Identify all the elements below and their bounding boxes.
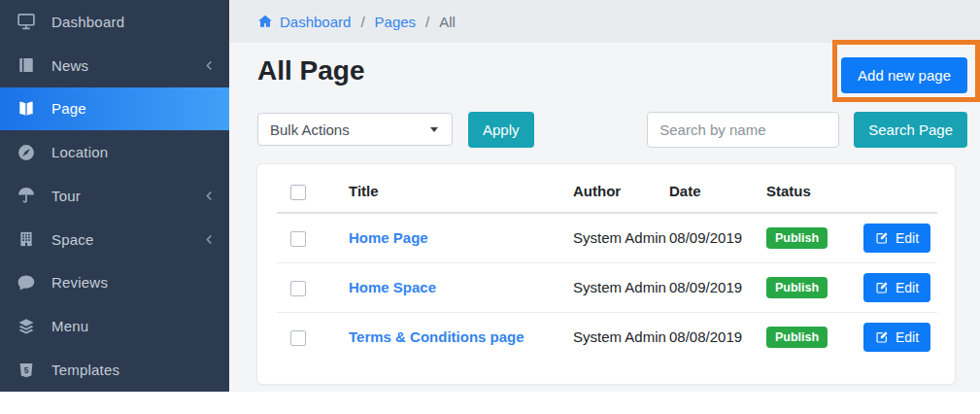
building-icon	[16, 228, 37, 250]
row-checkbox[interactable]	[290, 231, 306, 247]
author-cell: System Admin	[573, 262, 669, 312]
compass-icon	[16, 142, 37, 163]
caret-down-icon	[430, 127, 438, 132]
date-cell: 08/09/2019	[669, 262, 766, 312]
sidebar-item-dashboard[interactable]: Dashboard	[0, 0, 229, 44]
date-cell: 08/09/2019	[669, 213, 766, 262]
sidebar-item-label: Location	[51, 144, 216, 160]
book-icon	[16, 54, 37, 76]
breadcrumb-separator: /	[425, 14, 429, 30]
content-area: All Page Add new page Bulk Actions Apply…	[229, 43, 980, 392]
toolbar: Bulk Actions Apply Search Page	[257, 111, 967, 148]
svg-text:5: 5	[24, 365, 29, 374]
chevron-left-icon	[203, 59, 216, 72]
chevron-left-icon	[203, 233, 216, 246]
layers-icon	[16, 316, 37, 337]
sidebar-item-location[interactable]: Location	[0, 130, 229, 174]
status-badge: Publish	[766, 277, 828, 298]
search-page-button[interactable]: Search Page	[854, 112, 967, 148]
breadcrumb-dashboard-link[interactable]: Dashboard	[257, 14, 351, 30]
edit-button[interactable]: Edit	[863, 224, 930, 253]
edit-button[interactable]: Edit	[863, 323, 930, 352]
status-badge: Publish	[766, 227, 828, 249]
select-all-checkbox[interactable]	[290, 185, 306, 200]
status-badge: Publish	[766, 327, 828, 348]
umbrella-icon	[16, 185, 37, 206]
monitor-icon	[16, 11, 37, 32]
apply-button[interactable]: Apply	[468, 112, 534, 148]
sidebar-item-label: Page	[51, 100, 216, 117]
row-checkbox[interactable]	[290, 281, 306, 296]
edit-icon	[875, 330, 889, 344]
table-header-row: Title Author Date Status	[277, 170, 937, 213]
add-new-page-button[interactable]: Add new page	[841, 57, 967, 93]
chevron-left-icon	[203, 190, 216, 202]
pages-table-card: Title Author Date Status Home Page Syste…	[256, 163, 956, 385]
bulk-actions-value: Bulk Actions	[270, 121, 430, 138]
comment-icon	[16, 272, 37, 293]
column-header-title: Title	[349, 170, 573, 213]
date-cell: 08/08/2019	[669, 312, 766, 362]
sidebar: Dashboard News Page Location	[0, 0, 229, 392]
edit-button[interactable]: Edit	[863, 273, 930, 302]
search-input[interactable]	[647, 112, 839, 148]
sidebar-item-menu[interactable]: Menu	[0, 304, 229, 348]
pages-table: Title Author Date Status Home Page Syste…	[277, 170, 937, 362]
home-icon	[257, 14, 273, 29]
breadcrumb-pages-link[interactable]: Pages	[375, 14, 417, 30]
breadcrumb-current: All	[439, 14, 456, 30]
open-book-icon	[16, 98, 37, 120]
row-checkbox[interactable]	[290, 330, 306, 346]
sidebar-item-templates[interactable]: 5 Templates	[0, 348, 229, 392]
table-row: Terms & Conditions page System Admin 08/…	[277, 312, 937, 362]
main-area: Dashboard / Pages / All All Page Add new…	[229, 0, 980, 392]
edit-icon	[875, 231, 889, 245]
edit-icon	[875, 281, 889, 294]
bulk-actions-select[interactable]: Bulk Actions	[257, 113, 453, 146]
page-link[interactable]: Home Space	[349, 279, 436, 295]
sidebar-item-label: Reviews	[51, 274, 216, 291]
sidebar-item-news[interactable]: News	[0, 44, 229, 87]
sidebar-item-label: Templates	[51, 362, 216, 378]
column-header-actions	[863, 170, 937, 213]
breadcrumb: Dashboard / Pages / All	[229, 0, 980, 43]
column-header-date: Date	[669, 170, 766, 213]
sidebar-item-label: Space	[51, 231, 203, 248]
html5-icon: 5	[16, 360, 37, 381]
page-link[interactable]: Terms & Conditions page	[349, 328, 524, 345]
column-header-status: Status	[766, 170, 863, 213]
sidebar-item-space[interactable]: Space	[0, 218, 229, 261]
sidebar-item-label: News	[51, 57, 203, 74]
breadcrumb-separator: /	[360, 14, 364, 30]
page-title: All Page	[257, 55, 364, 86]
table-row: Home Page System Admin 08/09/2019 Publis…	[277, 213, 937, 262]
sidebar-item-page[interactable]: Page	[0, 87, 229, 131]
author-cell: System Admin	[573, 213, 669, 262]
page-link[interactable]: Home Page	[349, 229, 428, 246]
column-header-author: Author	[573, 170, 669, 213]
table-row: Home Space System Admin 08/09/2019 Publi…	[277, 262, 937, 312]
sidebar-item-label: Tour	[51, 188, 203, 204]
sidebar-item-label: Menu	[51, 318, 216, 334]
sidebar-item-tour[interactable]: Tour	[0, 174, 229, 218]
sidebar-item-reviews[interactable]: Reviews	[0, 261, 229, 305]
admin-app: Dashboard News Page Location	[0, 0, 980, 414]
author-cell: System Admin	[573, 312, 669, 362]
sidebar-item-label: Dashboard	[51, 14, 216, 30]
